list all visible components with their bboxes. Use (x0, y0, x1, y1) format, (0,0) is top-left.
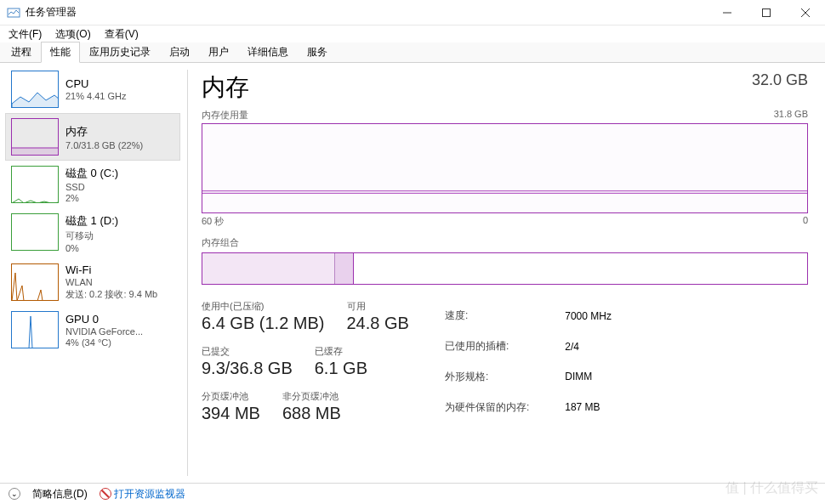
disk0-sub1: SSD (65, 182, 118, 192)
menu-file[interactable]: 文件(F) (5, 26, 45, 42)
menu-view[interactable]: 查看(V) (101, 26, 142, 42)
slots-label: 已使用的插槽: (445, 332, 563, 361)
menubar: 文件(F) 选项(O) 查看(V) (0, 25, 825, 42)
disk1-name: 磁盘 1 (D:) (65, 213, 118, 229)
disk0-sub2: 2% (65, 193, 118, 203)
comp-label: 内存组合 (202, 236, 239, 249)
comp-modified (335, 253, 353, 284)
tab-details[interactable]: 详细信息 (238, 42, 298, 63)
form-value: DIMM (565, 363, 612, 392)
cached-value: 6.1 GB (315, 359, 367, 378)
memory-name: 内存 (65, 124, 143, 139)
wifi-mini-chart (11, 263, 59, 301)
speed-value: 7000 MHz (565, 302, 612, 331)
paged-value: 394 MB (202, 404, 260, 423)
tab-services[interactable]: 服务 (298, 42, 337, 63)
available-value: 24.8 GB (347, 314, 409, 333)
close-button[interactable] (786, 0, 825, 25)
resmon-icon (100, 488, 111, 500)
footer: ⌄ 简略信息(D) 打开资源监视器 (0, 483, 825, 504)
usage-max: 31.8 GB (774, 109, 808, 122)
titlebar: 任务管理器 (0, 0, 825, 25)
main-panel: 内存 32.0 GB 内存使用量 31.8 GB 60 秒 0 内存组合 使用中… (188, 63, 825, 483)
committed-label: 已提交 (202, 345, 293, 358)
watermark: 值 | 什么值得买 (725, 479, 818, 497)
tab-processes[interactable]: 进程 (2, 42, 41, 63)
svg-rect-0 (8, 8, 20, 17)
reserved-value: 187 MB (565, 393, 612, 422)
sidebar-item-cpu[interactable]: CPU21% 4.41 GHz (5, 65, 180, 113)
wifi-sub1: WLAN (65, 277, 157, 287)
slots-value: 2/4 (565, 332, 612, 361)
maximize-button[interactable] (747, 0, 786, 25)
minimize-button[interactable] (708, 0, 747, 25)
usage-label: 内存使用量 (202, 109, 248, 122)
svg-rect-5 (12, 148, 59, 156)
chevron-down-icon[interactable]: ⌄ (9, 488, 20, 500)
tab-history[interactable]: 应用历史记录 (80, 42, 160, 63)
tab-users[interactable]: 用户 (199, 42, 238, 63)
committed-value: 9.3/36.8 GB (202, 359, 293, 378)
cached-label: 已缓存 (315, 345, 367, 358)
disk0-mini-chart (11, 166, 59, 203)
info-grid: 速度:7000 MHz 已使用的插槽:2/4 外形规格:DIMM 为硬件保留的内… (443, 300, 613, 423)
main-total: 32.0 GB (752, 71, 808, 89)
nonpaged-value: 688 MB (282, 404, 341, 423)
app-icon (7, 6, 20, 20)
svg-rect-2 (763, 8, 771, 16)
cpu-name: CPU (65, 77, 127, 90)
sidebar-item-disk1[interactable]: 磁盘 1 (D:)可移动0% (5, 208, 180, 258)
cpu-mini-chart (11, 71, 59, 108)
available-label: 可用 (347, 300, 409, 313)
disk1-sub2: 0% (65, 243, 118, 253)
gpu-name: GPU 0 (65, 313, 143, 326)
disk1-sub1: 可移动 (65, 229, 118, 242)
axis-right: 0 (803, 215, 808, 228)
nonpaged-label: 非分页缓冲池 (282, 390, 341, 403)
menu-options[interactable]: 选项(O) (52, 26, 94, 42)
disk0-name: 磁盘 0 (C:) (65, 166, 118, 181)
sidebar-item-gpu[interactable]: GPU 0NVIDIA GeForce...4% (34 °C) (5, 306, 180, 354)
speed-label: 速度: (445, 302, 563, 331)
in-use-label: 使用中(已压缩) (202, 300, 325, 313)
wifi-name: Wi-Fi (65, 263, 157, 276)
gpu-sub2: 4% (34 °C) (65, 337, 143, 348)
tab-startup[interactable]: 启动 (160, 42, 199, 63)
wifi-sub2: 发送: 0.2 接收: 9.4 Mb (65, 288, 157, 301)
cpu-sub: 21% 4.41 GHz (65, 91, 127, 101)
axis-left: 60 秒 (202, 215, 224, 228)
sidebar: CPU21% 4.41 GHz 内存7.0/31.8 GB (22%) 磁盘 0… (0, 63, 180, 483)
memory-mini-chart (11, 118, 59, 156)
tab-performance[interactable]: 性能 (41, 42, 80, 63)
usage-line (202, 190, 807, 194)
sidebar-item-disk0[interactable]: 磁盘 0 (C:)SSD2% (5, 161, 180, 208)
gpu-mini-chart (11, 311, 59, 348)
brief-info-link[interactable]: 简略信息(D) (32, 487, 88, 501)
memory-usage-chart[interactable] (202, 123, 808, 213)
memory-sub: 7.0/31.8 GB (22%) (65, 140, 143, 150)
comp-used (202, 253, 335, 284)
form-label: 外形规格: (445, 363, 563, 392)
disk1-mini-chart (11, 213, 59, 251)
sidebar-item-wifi[interactable]: Wi-FiWLAN发送: 0.2 接收: 9.4 Mb (5, 258, 180, 306)
resmon-link[interactable]: 打开资源监视器 (114, 487, 185, 501)
memory-composition-chart[interactable] (202, 252, 808, 285)
tabbar: 进程 性能 应用历史记录 启动 用户 详细信息 服务 (0, 42, 825, 63)
paged-label: 分页缓冲池 (202, 390, 260, 403)
gpu-sub1: NVIDIA GeForce... (65, 326, 143, 337)
window-title: 任务管理器 (26, 5, 708, 20)
reserved-label: 为硬件保留的内存: (445, 393, 563, 422)
in-use-value: 6.4 GB (1.2 MB) (202, 314, 325, 333)
sidebar-item-memory[interactable]: 内存7.0/31.8 GB (22%) (5, 113, 180, 161)
main-title: 内存 (202, 71, 249, 104)
